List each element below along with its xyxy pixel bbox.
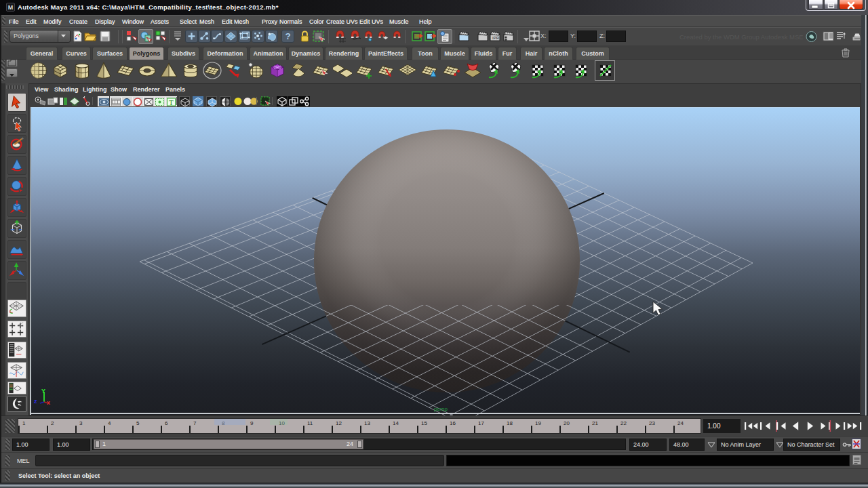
svg-text:IPR: IPR: [492, 36, 500, 40]
svg-text:persp: persp: [434, 406, 448, 412]
svg-text:Y: Y: [41, 388, 45, 394]
svg-text:z: z: [34, 398, 37, 405]
svg-text:T: T: [169, 98, 174, 106]
svg-text:x: x: [47, 399, 50, 406]
svg-text:?: ?: [285, 31, 290, 41]
